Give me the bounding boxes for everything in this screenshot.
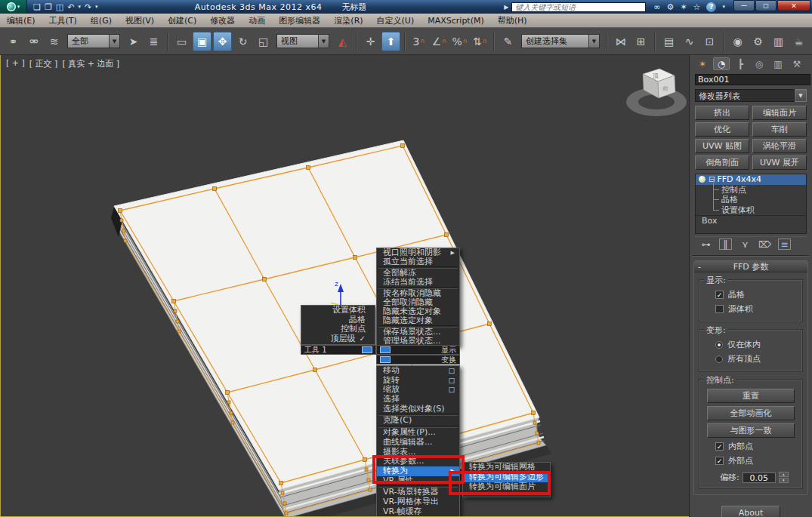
snaps-toggle-button[interactable]: 3∩ [409,32,428,51]
tab-display[interactable]: ▥ [770,57,786,70]
menu-item-unhide-by-name[interactable]: 按名称取消隐藏 [377,289,459,298]
about-button[interactable]: About [721,506,780,517]
stack-subitem-control-points[interactable]: 控制点 [696,185,806,195]
edit-patch-button[interactable]: 编辑面片 [752,106,807,120]
select-and-manipulate-button[interactable]: ✛ [361,32,380,51]
spinner-snap-toggle-button[interactable]: ⇅∩ [471,32,489,51]
help-dropdown-icon[interactable]: ▾ [722,4,725,10]
use-pivot-point-center-button[interactable]: ◭ [333,32,352,51]
menu-views[interactable]: 视图(V) [119,14,161,27]
select-and-rotate-button[interactable]: ↻ [233,32,252,51]
selection-filter-dropdown[interactable]: 全部 ▼ [67,34,120,48]
lathe-button[interactable]: 车削 [752,122,807,137]
menu-item-unfreeze-all[interactable]: 全部解冻 [377,269,459,278]
application-menu-button[interactable]: ▾ [0,0,27,14]
remove-modifier-button[interactable]: ⌦ [758,238,771,250]
search-icon[interactable]: ∞ [653,2,660,12]
lattice-checkbox-row[interactable]: ✓ 晶格 [715,289,798,300]
percent-snap-toggle-button[interactable]: %∩ [450,32,469,51]
menu-item-isolate-selection[interactable]: 孤立当前选择 [377,257,459,266]
tab-hierarchy[interactable]: ┣ [732,57,749,70]
save-file-button[interactable]: ◫ [56,2,63,12]
close-button[interactable]: ✕ [777,0,810,11]
viewport-label[interactable]: [ + ] [ 正交 ] [ 真实 + 边面 ] [6,58,119,69]
unwrap-uvw-button[interactable]: UVW 展开 [752,155,807,170]
quad-title-display[interactable]: 显示 [376,345,460,355]
render-production-button[interactable]: ☕ [789,32,808,51]
stack-item-box[interactable]: Box [696,215,806,226]
only-in-volume-radio-row[interactable]: 仅在体内 [715,339,798,350]
menu-item-top-level[interactable]: 顶层级✓ [301,334,375,344]
select-object-button[interactable]: ➤ [124,32,143,51]
stack-item-ffd[interactable]: ⊟ FFD 4x4x4 [696,174,806,185]
conform-to-shape-button[interactable]: 与图形一致 [707,423,795,438]
menu-item-freeze-selection[interactable]: 冻结当前选择 [377,278,459,287]
object-name-field[interactable] [695,74,810,85]
unlink-selection-button[interactable]: ⚮ [24,32,43,51]
stack-subitem-lattice[interactable]: 晶格 [696,195,806,205]
animate-all-button[interactable]: 全部动画化 [707,406,795,420]
checkbox-checked-icon[interactable]: ✓ [715,291,724,299]
configure-modifier-sets-button[interactable]: ≡ [778,238,791,250]
radio-unselected-icon[interactable] [715,355,723,363]
viewport-menu-plus[interactable]: [ + ] [6,58,25,69]
menu-item-select[interactable]: 选择 [377,395,459,405]
menu-create[interactable]: 创建(C) [161,14,203,27]
view-cube[interactable]: 顶 前 [626,69,687,116]
all-vertices-radio-row[interactable]: 所有顶点 [715,353,798,365]
menu-tools[interactable]: 工具(T) [42,14,84,27]
rectangular-selection-region-button[interactable]: ▭ [172,32,191,51]
layer-manager-button[interactable]: ▤ [659,32,678,51]
render-setup-button[interactable]: ⚙ [749,32,767,51]
uvw-map-button[interactable]: UVW 贴图 [695,139,749,153]
select-by-name-button[interactable]: ≣ [144,32,163,51]
show-end-result-button[interactable]: ‖ [719,238,732,250]
inside-points-checkbox-row[interactable]: ✓ 内部点 [715,441,798,452]
menu-modifiers[interactable]: 修改器 [203,14,242,27]
undo-button[interactable]: ↶ [67,2,74,12]
settings-box-icon[interactable]: □ [448,376,455,386]
viewport-pov-label[interactable]: [ 正交 ] [29,58,58,69]
menu-item-lattice[interactable]: 晶格 [301,315,375,325]
edit-named-selection-sets-button[interactable]: ✎ [499,32,517,51]
collapse-icon[interactable]: ⊟ [709,175,715,183]
maximize-button[interactable]: ▢ [755,0,776,11]
make-unique-button[interactable]: ⋎ [739,238,752,250]
spinner-down-icon[interactable]: ▾ [779,478,789,483]
infocenter-arrow-icon[interactable]: ▶ [501,4,511,11]
open-file-button[interactable]: ❐ [45,2,52,12]
minimize-button[interactable]: — [733,0,755,11]
infocenter-search-input[interactable] [511,2,646,12]
menu-customize[interactable]: 自定义(U) [370,14,421,27]
visibility-bulb-icon[interactable] [699,176,705,183]
tab-create[interactable]: ✶ [694,57,711,70]
menu-item-clone[interactable]: 克隆(C) [377,416,459,426]
menu-item-save-scene-state[interactable]: 保存场景状态... [377,328,459,337]
menu-rendering[interactable]: 渲染(R) [327,14,369,27]
menu-maxscript[interactable]: MAXScript(M) [421,14,491,27]
window-crossing-toggle-button[interactable]: ▣ [193,32,211,51]
wrench-icon[interactable]: ⚙ [667,2,675,12]
menu-item-rotate[interactable]: 旋转□ [377,376,459,386]
optimize-button[interactable]: 优化 [695,122,749,137]
extrude-button[interactable]: 挤出 [695,106,749,120]
settings-box-icon[interactable]: □ [448,385,455,395]
qat-dropdown-icon[interactable]: ▾ [95,4,98,10]
tab-utilities[interactable]: ⚒ [789,57,805,70]
bind-to-space-warp-button[interactable]: ≋ [45,32,63,51]
offset-value-field[interactable]: 0.05 [743,472,776,483]
viewport-shading-label[interactable]: [ 真实 + 边面 ] [62,58,119,69]
source-volume-checkbox-row[interactable]: 源体积 [715,303,798,315]
quad-title-transform[interactable]: 变换 [376,355,460,365]
angle-snap-toggle-button[interactable]: ∠∩ [430,32,449,51]
menu-item-select-similar[interactable]: 选择类似对象(S) [377,405,459,414]
menu-item-vr-scene-converter[interactable]: VR-场景转换器 [377,488,459,497]
tab-modify[interactable]: ◔ [713,57,730,70]
select-and-link-button[interactable]: ⚭ [4,32,23,51]
menu-item-set-volume[interactable]: 设置体积 [301,306,375,315]
modifier-list-dropdown[interactable]: 修改器列表 ▼ [695,89,807,102]
checkbox-unchecked-icon[interactable] [715,305,724,313]
keyboard-shortcut-override-button[interactable]: ⬆ [381,32,400,51]
menu-item-unhide-all[interactable]: 全部取消隐藏 [377,298,459,307]
spinner-up-icon[interactable]: ▴ [779,472,789,477]
